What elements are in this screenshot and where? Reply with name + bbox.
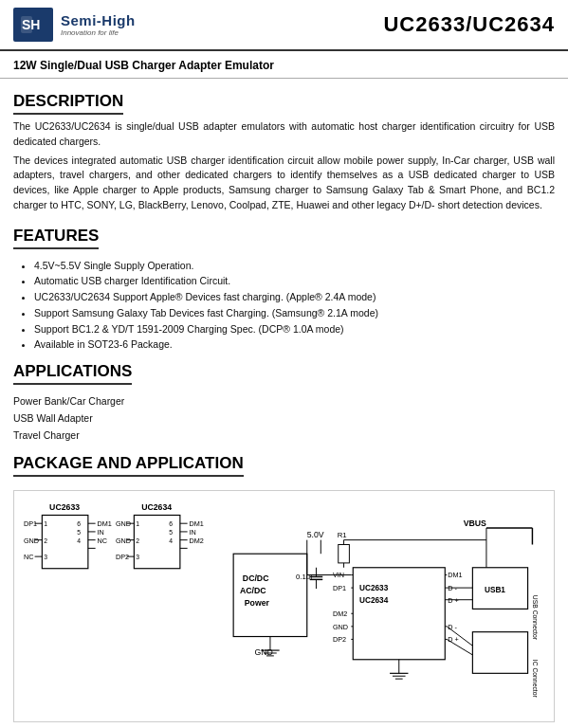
description-section: DESCRIPTION The UC2633/UC2634 is single/… <box>13 88 555 213</box>
svg-text:GND: GND <box>333 623 348 631</box>
svg-text:2: 2 <box>44 537 47 543</box>
svg-text:2: 2 <box>136 537 139 543</box>
svg-text:IC Connector: IC Connector <box>532 660 539 699</box>
feature-item: Support BC1.2 & YD/T 1591-2009 Charging … <box>34 321 555 337</box>
logo-area: SH Semi-High Innovation for life <box>13 8 136 42</box>
app-item: Power Bank/Car Charger <box>13 393 555 410</box>
circuit-diagram: UC2633 DP1 GND NC 1 2 3 <box>22 499 546 710</box>
features-section: FEATURES 4.5V~5.5V Single Supply Operati… <box>13 217 555 354</box>
description-para1: The UC2633/UC2634 is single/dual USB ada… <box>13 119 555 150</box>
description-title: DESCRIPTION <box>13 92 123 115</box>
main-content: DESCRIPTION The UC2633/UC2634 is single/… <box>0 79 568 728</box>
svg-text:DM1: DM1 <box>448 571 462 579</box>
svg-text:Power: Power <box>245 597 270 607</box>
svg-text:IN: IN <box>98 528 104 537</box>
svg-text:SH: SH <box>22 17 40 32</box>
svg-text:5: 5 <box>77 529 81 536</box>
svg-text:1: 1 <box>136 520 139 527</box>
logo-box: SH <box>13 8 53 42</box>
svg-text:DM2: DM2 <box>190 536 204 544</box>
svg-text:NC: NC <box>24 553 34 561</box>
svg-text:1: 1 <box>44 520 47 527</box>
svg-text:DM1: DM1 <box>190 519 204 528</box>
svg-text:6: 6 <box>169 520 173 527</box>
svg-text:DC/DC: DC/DC <box>243 573 269 583</box>
app-item: Travel Charger <box>13 428 555 445</box>
features-list: 4.5V~5.5V Single Supply Operation. Autom… <box>13 258 555 354</box>
feature-item: Support Samsung Galaxy Tab Devices fast … <box>34 305 555 321</box>
svg-text:6: 6 <box>77 520 81 527</box>
svg-text:VBUS: VBUS <box>464 519 486 528</box>
page: SH Semi-High Innovation for life UC2633/… <box>0 0 568 728</box>
svg-text:UC2634: UC2634 <box>359 595 389 604</box>
header: SH Semi-High Innovation for life UC2633/… <box>0 0 568 51</box>
svg-text:4: 4 <box>169 537 173 543</box>
features-title: FEATURES <box>13 227 99 249</box>
feature-item: Automatic USB charger Identification Cir… <box>34 273 555 289</box>
package-section: PACKAGE AND APPLICATION UC2633 DP1 GND N… <box>13 445 555 722</box>
svg-text:USB Connector: USB Connector <box>532 595 539 641</box>
applications-section: APPLICATIONS Power Bank/Car Charger USB … <box>13 353 555 445</box>
svg-text:IN: IN <box>190 528 196 537</box>
logo-text-area: Semi-High Innovation for life <box>61 12 136 37</box>
svg-text:R1: R1 <box>338 531 347 539</box>
app-item: USB Wall Adapter <box>13 410 555 428</box>
feature-item: UC2633/UC2634 Support Apple® Devices fas… <box>34 289 555 305</box>
svg-text:3: 3 <box>44 554 47 560</box>
svg-text:UC2634: UC2634 <box>141 501 172 511</box>
circuit-diagram-area: UC2633 DP1 GND NC 1 2 3 <box>13 490 555 722</box>
svg-text:UC2633: UC2633 <box>49 501 80 511</box>
feature-item: Available in SOT23-6 Package. <box>34 337 555 353</box>
svg-text:4: 4 <box>77 537 81 543</box>
package-title: PACKAGE AND APPLICATION <box>13 454 244 477</box>
svg-text:5: 5 <box>169 529 173 536</box>
company-name: Semi-High <box>61 12 136 28</box>
svg-text:UC2633: UC2633 <box>359 584 389 592</box>
svg-text:DP1: DP1 <box>333 584 346 592</box>
svg-text:DM2: DM2 <box>333 610 347 618</box>
subtitle-text: 12W Single/Dual USB Charger Adapter Emul… <box>13 59 274 72</box>
svg-text:D -: D - <box>448 623 457 631</box>
svg-text:DM1: DM1 <box>98 519 112 528</box>
subtitle-bar: 12W Single/Dual USB Charger Adapter Emul… <box>0 51 568 79</box>
chip-title: UC2633/UC2634 <box>383 12 555 37</box>
description-para2: The devices integrated automatic USB cha… <box>13 154 555 213</box>
svg-text:5.0V: 5.0V <box>307 530 324 539</box>
company-tagline: Innovation for life <box>61 28 136 37</box>
svg-text:USB1: USB1 <box>485 586 505 594</box>
svg-text:NC: NC <box>98 536 108 544</box>
feature-item: 4.5V~5.5V Single Supply Operation. <box>34 258 555 274</box>
svg-text:3: 3 <box>136 554 139 560</box>
applications-title: APPLICATIONS <box>13 362 132 385</box>
applications-list: Power Bank/Car Charger USB Wall Adapter … <box>13 393 555 445</box>
svg-text:DP2: DP2 <box>333 635 346 644</box>
svg-text:AC/DC: AC/DC <box>240 586 266 595</box>
